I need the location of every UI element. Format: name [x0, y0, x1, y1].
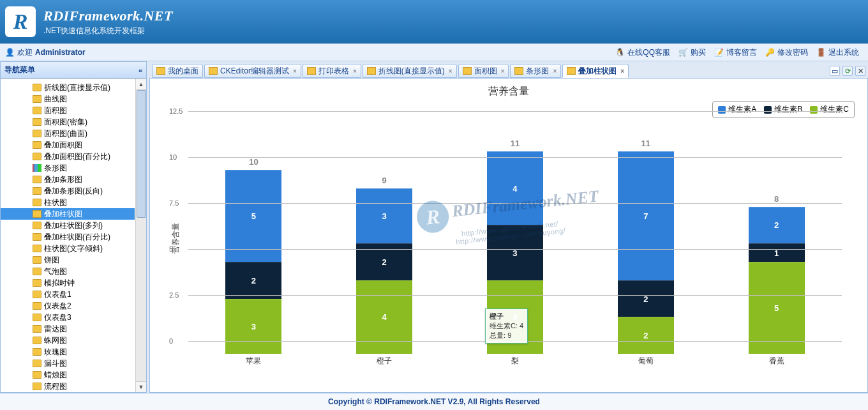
tab-tool-new[interactable]: ▭ [830, 66, 840, 76]
scroll-thumb[interactable] [137, 90, 146, 218]
nav-item[interactable]: 叠加条形图(反向) [1, 185, 135, 197]
x-label: 葡萄 [618, 356, 674, 367]
tab[interactable]: 我的桌面 [152, 64, 203, 78]
close-icon[interactable]: × [500, 68, 505, 75]
bar[interactable]: 11722葡萄 [618, 151, 674, 354]
tab-icon [209, 67, 218, 75]
nav-item[interactable]: 叠加面积图 [1, 139, 135, 151]
nav-item[interactable]: 模拟时钟 [1, 277, 135, 289]
nav-item[interactable]: 流程图 [1, 381, 135, 392]
bar-segment[interactable]: 5 [749, 262, 805, 354]
blog-icon: 📝 [714, 47, 724, 57]
folder-icon [33, 302, 41, 310]
nav-item[interactable]: 饼图 [1, 254, 135, 266]
nav-item[interactable]: 折线图(直接显示值) [1, 82, 135, 93]
nav-item[interactable]: 气泡图 [1, 266, 135, 277]
folder-icon [33, 371, 41, 379]
folder-icon [33, 279, 41, 287]
nav-item[interactable]: 叠加条形图 [1, 174, 135, 185]
chart-tooltip: 橙子 维生素C: 4 总量: 9 [485, 308, 528, 344]
nav-item[interactable]: 条形图 [1, 162, 135, 174]
x-label: 苹果 [225, 356, 281, 367]
bar-segment[interactable]: 2 [618, 317, 674, 354]
nav-item[interactable]: 面积图(密集) [1, 116, 135, 128]
nav-item[interactable]: 仪表盘1 [1, 289, 135, 300]
x-label: 梨 [487, 356, 543, 367]
bar-segment[interactable]: 3 [356, 188, 412, 243]
exit-link[interactable]: 🚪退出系统 [812, 47, 863, 58]
tab-icon [514, 67, 523, 75]
nav-item[interactable]: 雷达图 [1, 323, 135, 335]
nav-item[interactable]: 柱状图(文字倾斜) [1, 243, 135, 254]
nav-item[interactable]: 叠加柱状图(百分比) [1, 231, 135, 243]
nav-item[interactable]: 蛛网图 [1, 335, 135, 346]
nav-item[interactable]: 曲线图 [1, 93, 135, 105]
tab[interactable]: 条形图× [510, 64, 561, 78]
folder-icon [33, 95, 41, 103]
bar-segment[interactable]: 4 [356, 280, 412, 354]
buy-link[interactable]: 🛒购买 [674, 47, 710, 58]
nav-item[interactable]: 仪表盘3 [1, 312, 135, 323]
nav-item[interactable]: 叠加面积图(百分比) [1, 151, 135, 162]
bar-segment[interactable]: 2 [225, 262, 281, 299]
scrollbar[interactable]: ▲ ▼ [135, 79, 146, 392]
logo-icon: R [5, 6, 36, 37]
nav-item[interactable]: 面积图 [1, 105, 135, 116]
tab[interactable]: 打印表格× [303, 64, 361, 78]
bar-segment[interactable]: 4 [487, 151, 543, 225]
nav-item[interactable]: 叠加柱状图 [1, 208, 135, 220]
pwd-link[interactable]: 🔑修改密码 [761, 47, 812, 58]
close-icon[interactable]: × [292, 68, 297, 75]
bar[interactable]: 10523苹果 [225, 170, 281, 354]
nav-item[interactable]: 柱状图 [1, 197, 135, 208]
folder-icon [33, 256, 41, 264]
bar[interactable]: 8215香蕉 [749, 207, 805, 354]
app-header: R RDIFramework.NET .NET快速信息化系统开发框架 [0, 0, 868, 43]
nav-item[interactable]: 面积图(曲面) [1, 128, 135, 139]
blog-link[interactable]: 📝博客留言 [710, 47, 761, 58]
bar-segment[interactable]: 5 [225, 170, 281, 262]
collapse-icon[interactable]: « [138, 66, 142, 74]
bar-segment[interactable]: 2 [618, 280, 674, 317]
scroll-down-icon[interactable]: ▼ [136, 381, 146, 392]
folder-icon [33, 153, 41, 160]
bar-segment[interactable]: 7 [618, 151, 674, 280]
brand-title: RDIFramework.NET [43, 8, 173, 24]
scroll-up-icon[interactable]: ▲ [136, 79, 146, 90]
sidebar: 导航菜单 « 折线图(直接显示值)曲线图面积图面积图(密集)面积图(曲面)叠加面… [0, 61, 147, 393]
folder-icon [33, 141, 41, 149]
y-tick: 5 [169, 245, 173, 253]
tab-tool-refresh[interactable]: ⟳ [842, 66, 853, 76]
close-icon[interactable]: × [551, 68, 557, 75]
close-icon[interactable]: × [352, 68, 357, 75]
nav-item[interactable]: 玫瑰图 [1, 346, 135, 358]
folder-icon [33, 314, 41, 321]
tab[interactable]: 叠加柱状图× [562, 64, 629, 78]
folder-icon [33, 84, 41, 91]
tab-tool-close[interactable]: ✕ [855, 66, 865, 76]
close-icon[interactable]: × [447, 68, 453, 75]
bar-segment[interactable]: 2 [749, 207, 805, 244]
tab[interactable]: 面积图× [458, 64, 509, 78]
tab[interactable]: CKEditor编辑器测试× [204, 64, 301, 78]
brand-subtitle: .NET快速信息化系统开发框架 [43, 26, 173, 36]
folder-icon [33, 360, 41, 367]
nav-item[interactable]: 漏斗图 [1, 358, 135, 369]
qq-link[interactable]: 🐧在线QQ客服 [611, 47, 674, 58]
bar-segment[interactable]: 3 [225, 299, 281, 354]
close-icon[interactable]: × [619, 68, 624, 75]
qq-icon: 🐧 [615, 47, 625, 57]
folder-icon [33, 130, 41, 137]
bar-segment[interactable]: 3 [487, 225, 543, 280]
bar-chart-icon [33, 164, 41, 172]
bar[interactable]: 9324橙子 [356, 188, 412, 354]
folder-icon [33, 210, 41, 218]
tab[interactable]: 折线图(直接显示值)× [363, 64, 457, 78]
y-tick: 0 [169, 337, 173, 345]
folder-icon [33, 268, 41, 275]
bar-segment[interactable]: 1 [749, 243, 805, 262]
cart-icon: 🛒 [678, 47, 688, 57]
nav-item[interactable]: 蜡烛图 [1, 369, 135, 381]
nav-item[interactable]: 叠加柱状图(多列) [1, 220, 135, 231]
nav-item[interactable]: 仪表盘2 [1, 300, 135, 312]
